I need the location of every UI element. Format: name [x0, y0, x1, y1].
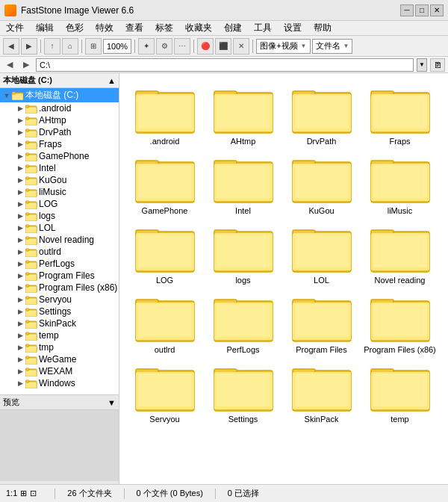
- tb-btn-e[interactable]: ⬛: [215, 38, 231, 55]
- file-label: liMusic: [388, 206, 413, 215]
- address-field[interactable]: C:\: [36, 58, 414, 72]
- grid-item-outlrd[interactable]: outlrd: [125, 288, 204, 357]
- grid-item-ahtmp[interactable]: AHtmp: [204, 79, 282, 149]
- tree-item-program-files-(x86)[interactable]: ▶ Program Files (x86): [0, 282, 119, 294]
- status-icon-2[interactable]: ⊞: [20, 489, 27, 498]
- tree-label: LOL: [39, 223, 56, 233]
- grid-item-gamephone[interactable]: GamePhone: [125, 149, 204, 218]
- menu-item-文件[interactable]: 文件: [3, 22, 27, 34]
- addr-back-button[interactable]: ◀: [3, 58, 16, 72]
- addr-forward-button[interactable]: ▶: [19, 58, 33, 72]
- tree-item-skinpack[interactable]: ▶ SkinPack: [0, 317, 119, 329]
- tree-item-logs[interactable]: ▶ logs: [0, 210, 119, 222]
- status-file-count: 26 个文件夹: [67, 488, 111, 499]
- tree-item-outlrd[interactable]: ▶ outlrd: [0, 246, 119, 258]
- expand-icon: ▶: [15, 103, 25, 114]
- grid-item-limusic[interactable]: liMusic: [361, 149, 439, 218]
- folder-icon: [25, 139, 37, 149]
- tree-item-wexam[interactable]: ▶ WEXAM: [0, 365, 119, 377]
- close-button[interactable]: ✕: [430, 4, 444, 16]
- tree-item-temp[interactable]: ▶ temp: [0, 329, 119, 341]
- menu-item-查看[interactable]: 查看: [122, 22, 146, 34]
- grid-item-perflogs[interactable]: PerfLogs: [204, 288, 282, 357]
- menu-item-创建[interactable]: 创建: [221, 22, 245, 34]
- right-panel[interactable]: .android AHtmp DrvPath Fraps: [119, 73, 448, 484]
- menu-item-设置[interactable]: 设置: [281, 22, 305, 34]
- tree-item-tmp[interactable]: ▶ tmp: [0, 341, 119, 353]
- grid-item-kugou[interactable]: KuGou: [282, 149, 361, 218]
- menu-item-编辑[interactable]: 编辑: [33, 22, 57, 34]
- collapse-icon: ▲: [108, 76, 116, 85]
- grid-item-.android[interactable]: .android: [125, 79, 204, 149]
- menu-item-收藏夹[interactable]: 收藏夹: [182, 22, 215, 34]
- grid-item-lol[interactable]: LOL: [282, 218, 361, 288]
- folder-large-icon: [292, 223, 352, 273]
- tree-item-fraps[interactable]: ▶ Fraps: [0, 138, 119, 150]
- tree-item-servyou[interactable]: ▶ Servyou: [0, 294, 119, 306]
- tree-item-wegame[interactable]: ▶ WeGame: [0, 353, 119, 365]
- tb-btn-a[interactable]: ✦: [138, 38, 155, 55]
- menu-item-特效[interactable]: 特效: [93, 22, 116, 34]
- tree-label: liMusic: [39, 187, 66, 197]
- tb-home-button[interactable]: ⌂: [62, 38, 78, 55]
- status-icon-3[interactable]: ⊡: [30, 489, 37, 498]
- svg-rect-47: [25, 273, 29, 275]
- tb-btn-c[interactable]: ⋯: [174, 38, 190, 55]
- tb-up-button[interactable]: ↑: [44, 38, 60, 55]
- grid-item-skinpack[interactable]: SkinPack: [282, 357, 361, 427]
- tree-item-intel[interactable]: ▶ Intel: [0, 162, 119, 174]
- menu-item-标签[interactable]: 标签: [152, 22, 176, 34]
- svg-rect-159: [138, 374, 192, 406]
- tree-item-novel-reading[interactable]: ▶ Novel reading: [0, 234, 119, 246]
- zoom-value: 100%: [107, 42, 128, 51]
- menu-item-帮助[interactable]: 帮助: [311, 22, 335, 34]
- grid-item-intel[interactable]: Intel: [204, 149, 282, 218]
- tree-scroll[interactable]: ▼ 本地磁盘 (C:) ▶ .android ▶ AHtmp ▶ DrvPath…: [0, 88, 119, 394]
- grid-item-logs[interactable]: logs: [204, 218, 282, 288]
- grid-item-settings[interactable]: Settings: [204, 357, 282, 427]
- file-label: LOG: [156, 276, 173, 285]
- grid-item-fraps[interactable]: Fraps: [361, 79, 439, 149]
- tree-item-log[interactable]: ▶ LOG: [0, 198, 119, 210]
- tree-item-settings[interactable]: ▶ Settings: [0, 306, 119, 317]
- folder-large-icon: [135, 292, 195, 343]
- maximize-button[interactable]: □: [415, 4, 429, 16]
- status-bar: 1:1 ⊞ ⊡ 26 个文件夹 0 个文件 (0 Bytes) 0 已选择: [0, 484, 448, 502]
- minimize-button[interactable]: ─: [400, 4, 414, 16]
- sort-dropdown[interactable]: 文件名 ▼: [312, 39, 353, 54]
- tb-btn-d[interactable]: 🔴: [197, 38, 214, 55]
- grid-item-drvpath[interactable]: DrvPath: [282, 79, 361, 149]
- tree-item-limusic[interactable]: ▶ liMusic: [0, 186, 119, 198]
- tree-item-drvpath[interactable]: ▶ DrvPath: [0, 126, 119, 138]
- status-icon-1[interactable]: 1:1: [6, 489, 17, 498]
- menu-item-色彩[interactable]: 色彩: [63, 22, 87, 34]
- tree-item-windows[interactable]: ▶ Windows: [0, 377, 119, 389]
- tree-item-root[interactable]: ▼ 本地磁盘 (C:): [0, 88, 119, 102]
- filter-dropdown[interactable]: 图像+视频 ▼: [256, 39, 310, 54]
- zoom-field[interactable]: 100%: [103, 39, 131, 54]
- svg-rect-129: [295, 235, 349, 267]
- tree-item-program-files[interactable]: ▶ Program Files: [0, 270, 119, 282]
- menu-item-工具[interactable]: 工具: [251, 22, 275, 34]
- tree-item-perflogs[interactable]: ▶ PerfLogs: [0, 258, 119, 270]
- tree-item-kugou[interactable]: ▶ KuGou: [0, 174, 119, 186]
- tb-next-button[interactable]: ▶: [21, 38, 37, 55]
- grid-item-temp[interactable]: temp: [361, 357, 439, 427]
- grid-item-program-files[interactable]: Program Files: [282, 288, 361, 357]
- grid-item-log[interactable]: LOG: [125, 218, 204, 288]
- tb-view-button[interactable]: ⊞: [85, 38, 102, 55]
- tb-prev-button[interactable]: ◀: [3, 38, 19, 55]
- address-text: C:\: [40, 61, 50, 69]
- tree-item-lol[interactable]: ▶ LOL: [0, 222, 119, 234]
- tree-item-ahtmp[interactable]: ▶ AHtmp: [0, 114, 119, 126]
- tb-btn-f[interactable]: ✕: [233, 38, 249, 55]
- tree-item-gamephone[interactable]: ▶ GamePhone: [0, 150, 119, 162]
- address-dropdown-button[interactable]: ▼: [417, 58, 427, 72]
- grid-item-novel-reading[interactable]: Novel reading: [361, 218, 439, 288]
- tb-btn-b[interactable]: ⚙: [156, 38, 172, 55]
- tree-item-.android[interactable]: ▶ .android: [0, 102, 119, 114]
- addr-icon-button[interactable]: 🖹: [430, 58, 445, 72]
- grid-item-servyou[interactable]: Servyou: [125, 357, 204, 427]
- folder-large-icon: [370, 223, 430, 273]
- grid-item-program-files-(x86)[interactable]: Program Files (x86): [361, 288, 439, 357]
